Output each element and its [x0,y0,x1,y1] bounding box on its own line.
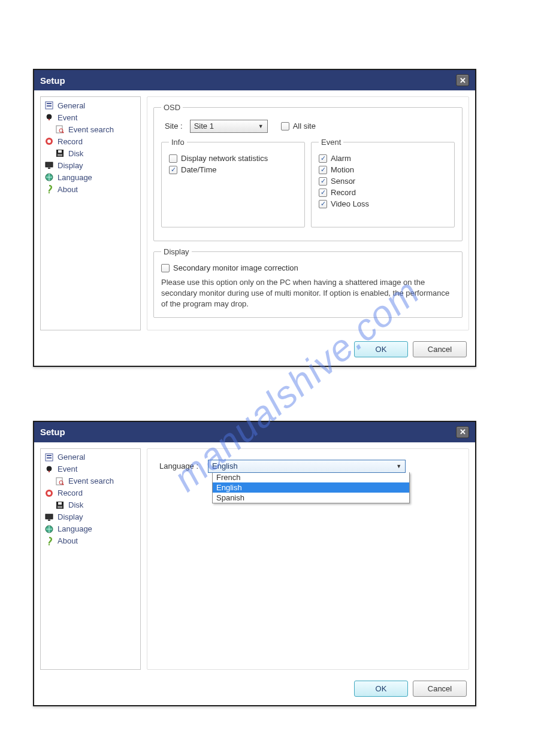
svg-rect-30 [46,514,53,519]
videoloss-checkbox[interactable]: ✓ Video Loss [319,199,447,208]
language-icon [44,524,54,534]
tree-display[interactable]: Display [44,159,137,171]
svg-point-3 [47,114,52,119]
checkbox-icon [169,154,177,163]
event-search-icon [55,125,65,134]
svg-rect-22 [56,478,62,485]
svg-rect-12 [58,154,62,156]
secondary-monitor-checkbox[interactable]: Secondary monitor image correction [161,263,455,272]
svg-rect-4 [49,119,50,120]
secondary-monitor-note: Please use this option only on the PC wh… [161,277,455,310]
tree-record[interactable]: Record [44,135,137,147]
tree-general[interactable]: General [44,99,137,111]
tree-general[interactable]: General [44,451,137,463]
language-icon [44,172,54,182]
label: Sensor [331,177,355,186]
svg-rect-1 [47,103,52,104]
label: Event search [68,125,114,134]
tree-about[interactable]: About [44,535,137,547]
close-icon: ✕ [460,427,466,436]
datetime-checkbox[interactable]: ✓ Date/Time [169,165,297,174]
tree-record[interactable]: Record [44,487,137,499]
checkbox-checked-icon: ✓ [319,177,327,186]
language-dropdown[interactable]: English ▼ [208,460,406,473]
label: Event search [68,476,114,485]
setup-window-language: Setup ✕ General Event Event search Recor… [33,421,476,706]
button-row: OK Cancel [34,336,475,366]
motion-checkbox[interactable]: ✓ Motion [319,165,447,174]
label: General [58,453,85,462]
about-icon [44,536,54,546]
event-icon [44,464,54,474]
language-option-english[interactable]: English [213,482,409,493]
tree-about[interactable]: About [44,183,137,195]
tree-display[interactable]: Display [44,511,137,523]
tree-language[interactable]: Language [44,523,137,535]
label: Display [58,512,83,521]
ok-button[interactable]: OK [354,681,408,697]
network-stats-checkbox[interactable]: Display network statistics [169,154,297,163]
label: Alarm [331,154,351,163]
svg-rect-31 [48,520,50,521]
label: All site [293,122,316,130]
label: Motion [331,165,354,174]
tree-event[interactable]: Event [44,111,137,123]
close-button[interactable]: ✕ [456,426,469,438]
label: Spanish [216,493,244,502]
svg-rect-18 [47,455,52,456]
label: Disk [68,149,83,158]
tree-language[interactable]: Language [44,171,137,183]
close-button[interactable]: ✕ [456,74,469,86]
language-label: Language : [159,462,198,470]
label: Cancel [428,345,452,354]
event-legend: Event [319,138,343,147]
label: About [58,536,78,545]
ok-button[interactable]: OK [354,341,408,357]
window-title: Setup [40,427,65,437]
titlebar: Setup ✕ [34,70,475,90]
general-icon [44,453,54,462]
label: Display network statistics [181,154,268,163]
language-option-french[interactable]: French [213,472,409,482]
tree-event[interactable]: Event [44,463,137,475]
osd-legend: OSD [161,103,183,112]
language-option-spanish[interactable]: Spanish [213,493,409,503]
tree-disk[interactable]: Disk [44,499,137,511]
disk-icon [55,500,65,510]
alarm-checkbox[interactable]: ✓ Alarm [319,154,447,163]
label: OK [376,684,387,693]
sensor-checkbox[interactable]: ✓ Sensor [319,177,447,186]
button-row: OK Cancel [34,676,475,705]
tree-event-search[interactable]: Event search [44,123,137,135]
tree-disk[interactable]: Disk [44,147,137,159]
cancel-button[interactable]: Cancel [413,681,467,697]
site-label: Site : [165,122,183,130]
titlebar: Setup ✕ [34,422,475,442]
site-value: Site 1 [194,122,214,130]
cancel-button[interactable]: Cancel [413,341,467,357]
svg-rect-14 [48,168,50,169]
svg-point-33 [49,544,50,545]
label: Display [58,161,83,170]
checkbox-icon [281,122,289,130]
label: Event [58,464,77,473]
svg-rect-28 [58,502,62,505]
about-icon [44,184,54,194]
record-checkbox[interactable]: ✓ Record [319,188,447,197]
record-icon [44,488,54,498]
label: General [58,101,85,110]
all-site-checkbox[interactable]: All site [281,122,316,130]
record-icon [44,136,54,146]
svg-rect-5 [56,126,62,133]
svg-point-9 [47,139,51,143]
svg-rect-21 [49,470,50,472]
tree-event-search[interactable]: Event search [44,475,137,487]
content-panel: OSD Site : Site 1 ▼ All site Info [147,96,469,330]
site-dropdown[interactable]: Site 1 ▼ [190,120,268,133]
label: Event [58,113,77,122]
label: French [216,473,240,482]
svg-point-26 [47,491,51,495]
disk-icon [55,148,65,158]
dropdown-arrow-icon: ▼ [258,123,264,129]
display-icon [44,512,54,522]
